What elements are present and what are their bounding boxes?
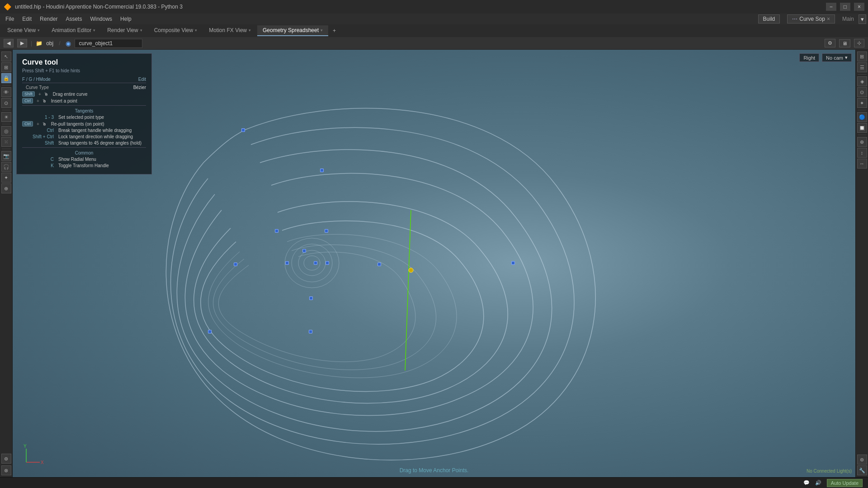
particles-button[interactable]: ✦ [1, 173, 11, 183]
control-point-13[interactable] [326, 261, 329, 265]
tab-geometry-spreadsheet-arrow[interactable]: ▾ [321, 28, 323, 33]
viewport[interactable]: .curve-stroke { stroke: rgba(200,220,235… [13, 50, 855, 477]
build-button[interactable]: Build [758, 14, 780, 23]
add-node-button[interactable]: ⊕ [1, 183, 11, 193]
tab-composite-view-arrow[interactable]: ▾ [195, 28, 197, 33]
tab-scene-view[interactable]: Scene View ▾ [2, 25, 45, 36]
titlebar-left: 🔶 untitled.hip - Houdini Apprentice Non-… [4, 3, 183, 10]
tab-scene-view-arrow[interactable]: ▾ [38, 28, 40, 33]
right-tool-7[interactable]: 🔲 [857, 123, 867, 133]
tab-render-view-arrow[interactable]: ▾ [140, 28, 142, 33]
menu-file[interactable]: File [2, 15, 18, 23]
menubar: File Edit Render Assets Windows Help Bui… [0, 14, 868, 24]
forward-button[interactable]: ▶ [17, 39, 27, 47]
control-point-7[interactable] [234, 263, 237, 266]
right-tool-10[interactable]: ↔ [857, 159, 867, 169]
camera-button[interactable]: 📷 [1, 151, 11, 161]
hint-radial-row: C Show Radial Menu [22, 157, 146, 162]
control-point-12[interactable] [314, 261, 317, 265]
right-separator-1 [858, 74, 867, 75]
hint-insert-label: Insert a point [51, 99, 77, 103]
transform-tool-button[interactable]: ⊞ [1, 62, 11, 72]
control-point-9[interactable] [325, 229, 328, 233]
menu-assets[interactable]: Assets [62, 15, 85, 23]
control-point-1[interactable] [241, 128, 245, 132]
control-point-14[interactable] [377, 263, 381, 266]
right-tool-5[interactable]: ✦ [857, 98, 867, 108]
tab-render-view[interactable]: Render View ▾ [102, 25, 147, 36]
curve-sop-tab[interactable]: ⋯ Curve Sop × [787, 14, 835, 23]
snap-button[interactable]: ⊹ [854, 39, 864, 47]
path-separator: | [31, 40, 32, 47]
main-expand[interactable]: ▾ [859, 14, 866, 24]
axis-indicator: X Y [22, 444, 44, 468]
right-tool-3[interactable]: ◈ [857, 76, 867, 86]
hint-ctrl-key: Ctrl [22, 128, 54, 133]
back-button[interactable]: ◀ [4, 39, 14, 47]
minimize-button[interactable]: − [826, 3, 836, 11]
menu-edit[interactable]: Edit [19, 15, 35, 23]
tab-geometry-spreadsheet[interactable]: Geometry Spreadsheet ▾ [257, 25, 328, 36]
viewport-settings-button[interactable]: ⚙ [825, 39, 835, 47]
hint-radial-label: Show Radial Menu [58, 157, 96, 162]
camera-dropdown[interactable]: No cam ▾ [822, 53, 852, 62]
hint-divider-2 [22, 147, 146, 148]
control-point-4[interactable] [309, 296, 313, 300]
tab-motion-fx-view-arrow[interactable]: ▾ [249, 28, 251, 33]
houdini-icon: 🔶 [4, 3, 11, 10]
hint-title: Curve tool [22, 58, 146, 66]
right-tool-1[interactable]: ⊞ [857, 52, 867, 61]
right-tool-6[interactable]: 🔵 [857, 112, 867, 122]
viewport-light-text: No Connected Light(s) [807, 469, 852, 474]
main-label: Main [842, 16, 854, 22]
hint-repull-row: Ctrl + 🖱 Re-pull tangents (on point) [22, 121, 146, 127]
right-tool-bottom-2[interactable]: 🔧 [857, 465, 867, 475]
right-tool-4[interactable]: ⊙ [857, 87, 867, 97]
speaker-icon[interactable]: 🔊 [815, 480, 821, 486]
audio-button[interactable]: 🎧 [1, 162, 11, 172]
lock-tool-button[interactable]: 🔒 [1, 73, 11, 83]
control-point-5[interactable] [208, 330, 212, 333]
maximize-button[interactable]: □ [840, 3, 850, 11]
right-tool-9[interactable]: ↕ [857, 148, 867, 158]
tab-composite-view-label: Composite View [154, 27, 193, 33]
right-tool-8[interactable]: ⊕ [857, 137, 867, 147]
hint-transform-row: K Toggle Transform Handle [22, 163, 146, 168]
tab-motion-fx-view[interactable]: Motion FX View ▾ [203, 25, 256, 36]
control-point-11[interactable] [302, 249, 306, 253]
tab-animation-editor-arrow[interactable]: ▾ [93, 28, 95, 33]
nodes-button[interactable]: ◎ [1, 126, 11, 136]
bottom-tool-2[interactable]: ⊗ [1, 465, 11, 475]
close-button[interactable]: × [854, 3, 864, 11]
curve-sop-close[interactable]: × [827, 16, 830, 22]
hint-ctrl-modifier: Ctrl [22, 98, 33, 103]
bottom-tool-1[interactable]: ⊛ [1, 454, 11, 464]
tab-composite-view[interactable]: Composite View ▾ [149, 25, 203, 36]
menu-render[interactable]: Render [36, 15, 61, 23]
lights-button[interactable]: ☀ [1, 112, 11, 122]
view-dropdown[interactable]: Right [799, 53, 819, 62]
right-tool-bottom-1[interactable]: ⊛ [857, 455, 867, 465]
menu-help[interactable]: Help [117, 15, 135, 23]
chat-icon[interactable]: 💬 [803, 480, 810, 486]
menu-windows[interactable]: Windows [86, 15, 116, 23]
view-tool-button[interactable]: 👁 [1, 87, 11, 97]
hint-plus-3: + [37, 122, 39, 127]
object-input[interactable] [75, 39, 142, 48]
control-point-10[interactable] [285, 261, 289, 265]
tab-add-button[interactable]: + [329, 26, 340, 36]
inspect-tool-button[interactable]: ⊙ [1, 98, 11, 108]
control-point-2[interactable] [320, 169, 324, 172]
right-tool-2[interactable]: ☰ [857, 62, 867, 72]
view-mode-button[interactable]: 🖥 [839, 39, 850, 47]
control-point-6[interactable] [309, 330, 312, 333]
hint-transform-label: Toggle Transform Handle [58, 163, 109, 168]
hint-curve-type-row: Curve Type Bézier [22, 85, 146, 90]
control-point-8[interactable] [275, 229, 278, 233]
auto-update-button[interactable]: Auto Update [827, 479, 863, 487]
tab-animation-editor[interactable]: Animation Editor ▾ [46, 25, 101, 36]
scatter-button[interactable]: ⁙ [1, 137, 11, 147]
select-tool-button[interactable]: ↖ [1, 52, 11, 61]
control-point-3[interactable] [511, 261, 515, 265]
hint-repull-icon: 🖱 [42, 122, 47, 127]
